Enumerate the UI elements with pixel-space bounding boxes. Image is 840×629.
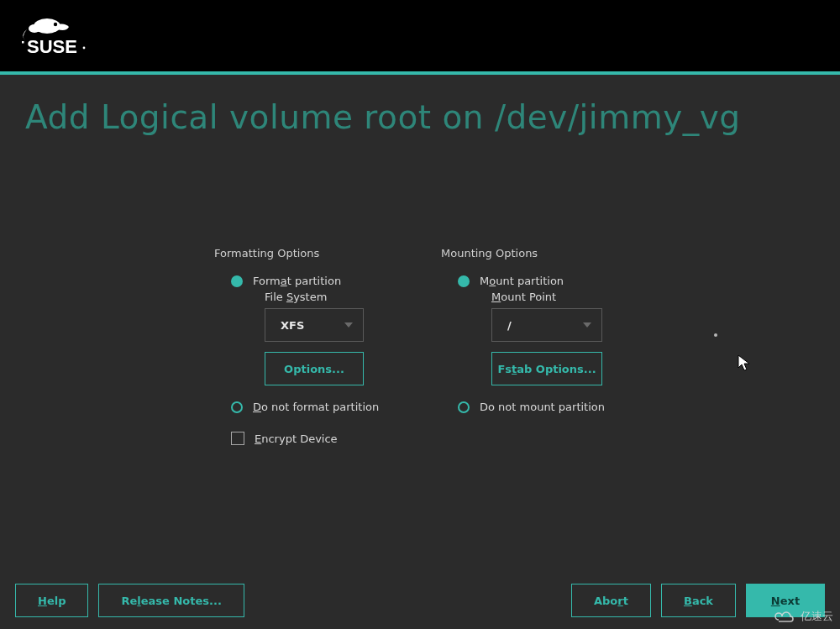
decorative-dot (714, 333, 717, 337)
radio-mount-partition[interactable]: Mount partition (458, 275, 626, 287)
svg-text:SUSE: SUSE (27, 36, 77, 57)
radio-format-partition-label: Format partition (253, 275, 341, 287)
suse-logo: SUSE (15, 14, 99, 58)
page-title: Add Logical volume root on /dev/jimmy_vg (0, 75, 840, 144)
radio-indicator-icon (231, 401, 243, 413)
radio-do-not-format-label: Do not format partition (253, 401, 379, 413)
mounting-options-group: Mounting Options Mount partition Mount P… (441, 247, 626, 445)
radio-format-partition[interactable]: Format partition (231, 275, 399, 287)
radio-indicator-icon (458, 401, 470, 413)
mount-point-value: / (507, 319, 512, 332)
back-button[interactable]: Back (661, 584, 736, 617)
radio-do-not-format[interactable]: Do not format partition (231, 401, 399, 413)
svg-rect-3 (22, 41, 24, 44)
file-system-label: File System (265, 291, 399, 303)
svg-point-1 (29, 24, 40, 33)
chevron-down-icon (583, 322, 591, 328)
radio-indicator-icon (231, 275, 243, 287)
radio-mount-partition-label: Mount partition (480, 275, 564, 287)
mount-point-select[interactable]: / (491, 308, 602, 342)
fstab-options-button[interactable]: Fstab Options... (491, 352, 602, 385)
next-button[interactable]: Next (746, 584, 825, 617)
encrypt-device-label: Encrypt Device (255, 432, 338, 445)
file-system-select[interactable]: XFS (265, 308, 364, 342)
checkbox-box-icon (231, 432, 244, 445)
file-system-value: XFS (281, 319, 304, 332)
wizard-footer: Help Release Notes... Abort Back Next (0, 584, 840, 617)
svg-point-2 (54, 22, 57, 25)
mount-point-label: Mount Point (491, 291, 626, 303)
options-panel: Formatting Options Format partition File… (0, 247, 840, 445)
help-button[interactable]: Help (15, 584, 88, 617)
chevron-down-icon (344, 322, 353, 328)
radio-do-not-mount[interactable]: Do not mount partition (458, 401, 626, 413)
formatting-options-label: Formatting Options (214, 247, 399, 259)
release-notes-button[interactable]: Release Notes... (98, 584, 244, 617)
format-options-button[interactable]: Options... (265, 352, 364, 385)
top-app-bar: SUSE (0, 0, 840, 71)
radio-indicator-icon (458, 275, 470, 287)
radio-do-not-mount-label: Do not mount partition (480, 401, 605, 413)
mounting-options-label: Mounting Options (441, 247, 626, 259)
abort-button[interactable]: Abort (571, 584, 651, 617)
checkbox-encrypt-device[interactable]: Encrypt Device (231, 432, 399, 445)
svg-point-5 (83, 46, 86, 49)
formatting-options-group: Formatting Options Format partition File… (214, 247, 399, 445)
